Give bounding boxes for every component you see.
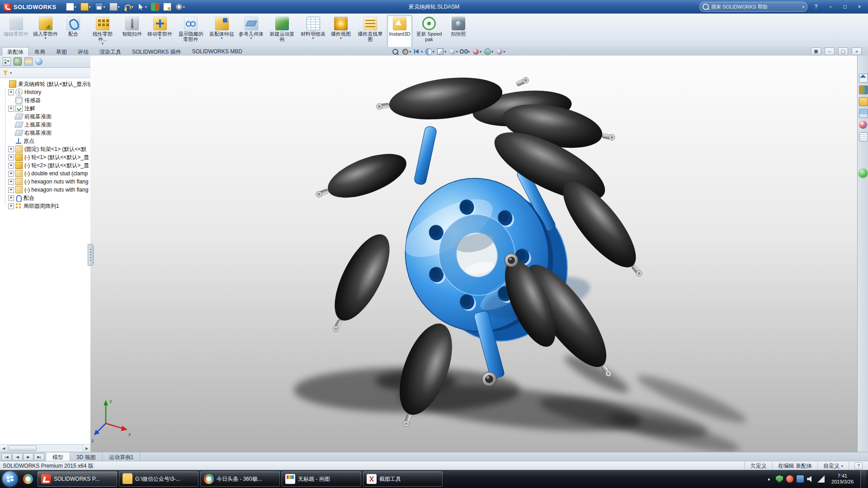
- display-style-button[interactable]: ▾: [448, 47, 458, 56]
- tree-expander[interactable]: +: [8, 203, 14, 209]
- tree-item-hex-nut-2[interactable]: + (-) hexagon nuts with flang: [0, 186, 90, 194]
- scroll-right-icon[interactable]: ▶: [83, 445, 90, 452]
- taskbar-browser-button[interactable]: 今日头条 - 360极...: [200, 471, 280, 487]
- dropdown-arrow-icon[interactable]: ▾: [118, 5, 120, 9]
- dropdown-arrow-icon[interactable]: ▾: [104, 5, 105, 9]
- panel-splitter-handle[interactable]: [88, 244, 94, 266]
- dropdown-arrow-icon[interactable]: ▾: [480, 50, 481, 54]
- next-tab-button[interactable]: ▶: [23, 453, 33, 461]
- dropdown-arrow-icon[interactable]: ▾: [250, 37, 252, 40]
- file-properties-button[interactable]: [162, 2, 173, 12]
- dropdown-arrow-icon[interactable]: ▾: [468, 50, 470, 54]
- smart-fasteners-button[interactable]: 智能扣件: [119, 15, 145, 48]
- help-search-box[interactable]: 搜索 SOLIDWORKS 帮助 ▾: [699, 2, 807, 12]
- tray-shield-icon[interactable]: [776, 475, 783, 483]
- apply-scene-button[interactable]: ▾: [483, 47, 494, 56]
- dropdown-arrow-icon[interactable]: ▾: [312, 37, 314, 40]
- tab-solidworks-addins[interactable]: SOLIDWORKS 插件: [127, 47, 187, 56]
- tree-item-origin[interactable]: 原点: [0, 137, 90, 145]
- reference-geometry-button[interactable]: 参考几何体 ▾: [237, 15, 265, 48]
- explode-line-sketch-button[interactable]: 爆炸直线草图: [354, 15, 386, 48]
- taskbar-snip-button[interactable]: 截图工具: [363, 471, 443, 487]
- dropdown-arrow-icon[interactable]: ▾: [503, 50, 505, 54]
- quick-tip-indicator-icon[interactable]: [859, 169, 868, 178]
- assembly-features-button[interactable]: 装配体特征 ▾: [208, 15, 236, 48]
- section-view-button[interactable]: ▾: [424, 47, 435, 56]
- scrollbar-thumb[interactable]: [9, 446, 37, 451]
- dropdown-arrow-icon[interactable]: ▾: [75, 5, 76, 9]
- close-button[interactable]: ×: [854, 3, 865, 11]
- tray-net-icon[interactable]: [817, 475, 825, 483]
- tree-expander[interactable]: +: [8, 146, 14, 152]
- pt-tree-icon[interactable]: [3, 57, 11, 66]
- tree-item-sensors[interactable]: 传感器: [0, 96, 90, 104]
- tab-render-tools[interactable]: 渲染工具: [94, 47, 127, 56]
- tab-assembly[interactable]: 装配体: [2, 47, 29, 56]
- tree-expander[interactable]: +: [8, 155, 14, 160]
- tp-props-icon[interactable]: [859, 132, 868, 141]
- tp-home-icon[interactable]: [859, 74, 868, 83]
- dropdown-arrow-icon[interactable]: ▾: [491, 50, 493, 54]
- new-motion-study-button[interactable]: 新建运动算例: [266, 15, 298, 48]
- tree-item-top-plane[interactable]: 上视基准面: [0, 121, 90, 129]
- start-button[interactable]: [2, 471, 18, 487]
- tab-solidworks-mbd[interactable]: SOLIDWORKS MBD: [187, 47, 248, 56]
- dropdown-arrow-icon[interactable]: ▾: [132, 5, 133, 9]
- taskbar-paint-button[interactable]: 无标题 - 画图: [282, 471, 361, 487]
- new-document-button[interactable]: ▾: [65, 2, 78, 12]
- pt-prop-icon[interactable]: [14, 57, 22, 66]
- show-desktop-button[interactable]: [860, 470, 866, 488]
- tree-item-circular-pattern[interactable]: + 局部圆周阵列1: [0, 202, 90, 210]
- taskbar-clock[interactable]: 7:41 2019/3/26: [828, 473, 857, 485]
- tree-expander[interactable]: +: [8, 195, 14, 201]
- filter-dropdown-icon[interactable]: ▾: [10, 71, 12, 75]
- pt-display-icon[interactable]: [35, 58, 42, 65]
- model-tab[interactable]: 模型: [46, 452, 70, 461]
- status-help[interactable]: ?: [849, 461, 868, 470]
- dropdown-arrow-icon[interactable]: ▾: [159, 37, 160, 40]
- tab-evaluate[interactable]: 评估: [72, 47, 94, 56]
- update-speedpak-button[interactable]: 更新 Speedpak: [413, 15, 445, 48]
- help-button[interactable]: ?: [810, 3, 822, 11]
- dropdown-arrow-icon[interactable]: ▾: [44, 37, 46, 40]
- dropdown-arrow-icon[interactable]: ▾: [145, 5, 147, 9]
- dropdown-arrow-icon[interactable]: ▾: [183, 5, 185, 9]
- last-tab-button[interactable]: ▶|: [34, 453, 44, 461]
- linear-component-pattern-button[interactable]: 线性零部件... ▾: [87, 15, 118, 48]
- tree-item-annotations[interactable]: + 注解: [0, 104, 90, 113]
- filter-icon[interactable]: [3, 70, 8, 75]
- tree-expander[interactable]: +: [8, 89, 14, 95]
- tree-item-double-end-stud[interactable]: + (-) double end stud (clamp: [0, 169, 90, 178]
- bill-of-materials-button[interactable]: 材料明细表 ▾: [299, 15, 327, 48]
- taskbar-solidworks-button[interactable]: SOLIDWORKS P...: [38, 471, 117, 487]
- tree-expander[interactable]: +: [8, 163, 14, 169]
- viewport-arrangement-button[interactable]: ▣: [811, 47, 821, 55]
- tp-palette-icon[interactable]: [859, 109, 868, 118]
- 3d-views-tab[interactable]: 3D 视图: [70, 452, 103, 461]
- hide-show-items-button[interactable]: ▾: [459, 47, 470, 56]
- tray-expand-icon[interactable]: ▲: [765, 476, 773, 482]
- rebuild-button[interactable]: [150, 2, 160, 12]
- mate-button[interactable]: 配合: [61, 15, 86, 48]
- dropdown-arrow-icon[interactable]: ▾: [433, 50, 434, 54]
- view-settings-button[interactable]: ▾: [495, 47, 505, 56]
- pt-config-icon[interactable]: [24, 57, 33, 66]
- tree-item-history[interactable]: + History: [0, 88, 90, 96]
- minimize-button[interactable]: −: [825, 3, 836, 11]
- zoom-to-area-button[interactable]: ▾: [401, 47, 411, 56]
- tree-expander[interactable]: +: [8, 187, 14, 193]
- prev-tab-button[interactable]: ◀: [12, 453, 23, 461]
- undo-button[interactable]: ▾: [123, 2, 135, 11]
- show-hidden-components-button[interactable]: 显示隐藏的零部件: [175, 15, 207, 48]
- view-orientation-button[interactable]: ▾: [436, 47, 447, 56]
- close-doc-button[interactable]: ×: [852, 47, 862, 55]
- scrollbar-track[interactable]: [8, 445, 83, 452]
- dropdown-arrow-icon[interactable]: ▾: [421, 50, 423, 54]
- first-tab-button[interactable]: |◀: [1, 453, 12, 461]
- dropdown-arrow-icon[interactable]: ▾: [456, 50, 458, 54]
- tree-item-right-plane[interactable]: 右视基准面: [0, 129, 90, 137]
- panel-horizontal-scrollbar[interactable]: ◀ ▶: [0, 444, 90, 452]
- insert-components-button[interactable]: 插入零部件 ▾: [31, 15, 60, 48]
- zoom-to-fit-button[interactable]: [391, 47, 400, 56]
- tree-item-mates[interactable]: + 配合: [0, 194, 90, 202]
